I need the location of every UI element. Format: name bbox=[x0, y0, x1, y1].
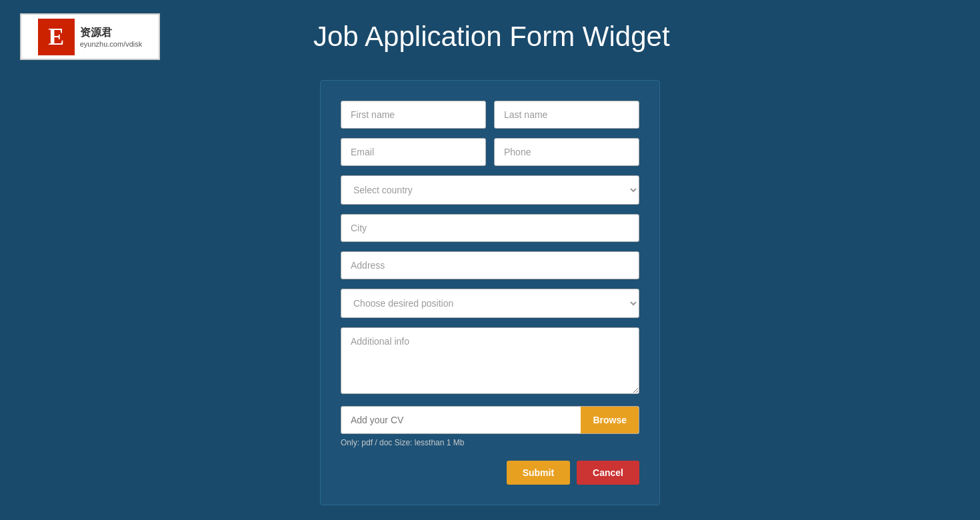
cv-upload-row: Browse bbox=[341, 406, 639, 434]
city-row bbox=[341, 214, 639, 242]
form-actions: Submit Cancel bbox=[341, 461, 639, 485]
contact-row bbox=[341, 138, 639, 166]
logo-text: 资源君 eyunzhu.com/vdisk bbox=[80, 26, 143, 48]
submit-button[interactable]: Submit bbox=[507, 461, 570, 485]
additional-info-textarea[interactable] bbox=[341, 327, 639, 394]
email-input[interactable] bbox=[341, 138, 486, 166]
name-row bbox=[341, 101, 639, 129]
address-row bbox=[341, 251, 639, 279]
position-select[interactable]: Choose desired position bbox=[341, 289, 639, 318]
phone-input[interactable] bbox=[494, 138, 639, 166]
first-name-input[interactable] bbox=[341, 101, 486, 129]
country-select[interactable]: Select country bbox=[341, 175, 639, 205]
city-input[interactable] bbox=[341, 214, 639, 242]
address-input[interactable] bbox=[341, 251, 639, 279]
page-header: E 资源君 eyunzhu.com/vdisk Job Application … bbox=[0, 0, 980, 73]
cancel-button[interactable]: Cancel bbox=[577, 461, 639, 485]
form-container: Select country Choose desired position B… bbox=[0, 73, 980, 520]
last-name-input[interactable] bbox=[494, 101, 639, 129]
cv-input[interactable] bbox=[341, 407, 581, 433]
form-card: Select country Choose desired position B… bbox=[320, 80, 660, 505]
logo: E 资源君 eyunzhu.com/vdisk bbox=[20, 13, 160, 60]
file-hint: Only: pdf / doc Size: lessthan 1 Mb bbox=[341, 438, 639, 447]
logo-text-top: 资源君 bbox=[80, 26, 143, 40]
logo-letter: E bbox=[38, 19, 75, 55]
page-title: Job Application Form Widget bbox=[313, 21, 670, 53]
browse-button[interactable]: Browse bbox=[581, 407, 639, 433]
logo-text-bottom: eyunzhu.com/vdisk bbox=[80, 40, 143, 48]
